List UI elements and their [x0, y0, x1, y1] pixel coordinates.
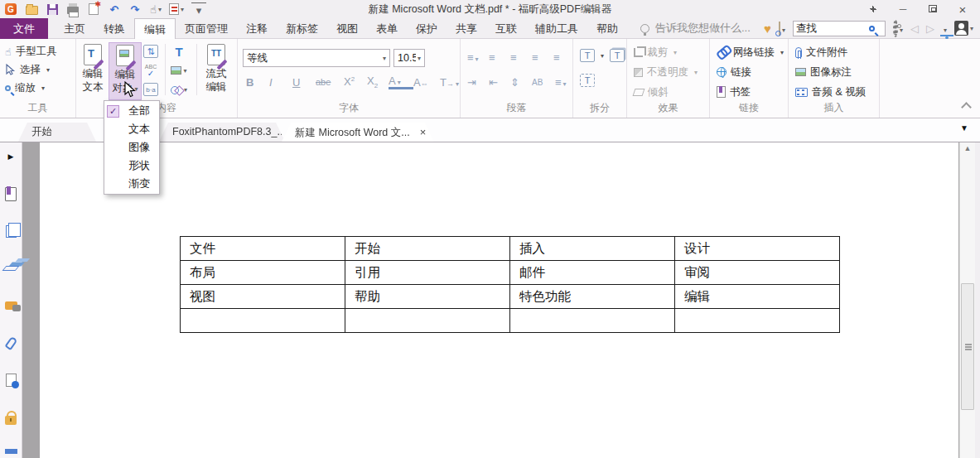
bookmarks-panel-icon[interactable]	[0, 183, 22, 205]
file-attachment-button[interactable]: 文件附件	[795, 44, 847, 60]
favorite-heart-icon[interactable]: ♥	[764, 22, 771, 36]
hand-tool-button[interactable]: ☝ 手型工具	[5, 43, 57, 60]
account-avatar[interactable]: ▾	[954, 21, 973, 36]
page-thumbnails-panel-icon[interactable]	[0, 220, 22, 242]
menu-new-tab[interactable]: 新标签	[277, 18, 327, 39]
image-annotation-button[interactable]: 图像标注	[795, 64, 852, 80]
align-justify-icon[interactable]: ≡	[553, 51, 573, 64]
tab-foxitphantom-doc[interactable]: FoxitPhantomPDF8.3_...	[159, 123, 285, 142]
add-text-button[interactable]: T	[169, 42, 189, 60]
align-right-icon[interactable]: ≡	[532, 51, 553, 64]
align-left-icon[interactable]: ≡	[489, 51, 510, 64]
menu-organize[interactable]: 页面管理	[176, 18, 237, 39]
collapse-ribbon-icon[interactable]	[961, 102, 972, 113]
scrollbar-thumb[interactable]	[961, 283, 974, 410]
strikethrough-button[interactable]: abe	[316, 77, 344, 87]
dropdown-item-shading[interactable]: 渐变	[104, 175, 159, 193]
table-cell[interactable]: 开始	[345, 237, 510, 261]
font-color-button[interactable]: A▾	[389, 75, 413, 89]
add-image-button[interactable]: ▾	[169, 61, 189, 80]
italic-button[interactable]: I	[269, 76, 292, 89]
form-fields-panel-icon[interactable]	[0, 435, 22, 456]
merge-text-icon[interactable]: T	[610, 49, 625, 62]
table-cell[interactable]: 引用	[345, 261, 510, 285]
menu-file[interactable]: 文件	[0, 18, 48, 39]
table-cell[interactable]	[675, 309, 840, 333]
table-cell[interactable]	[181, 309, 345, 333]
opacity-button[interactable]: 不透明度▾	[634, 64, 698, 80]
dropdown-item-image[interactable]: 图像	[104, 138, 159, 157]
undo-icon[interactable]: ↶	[107, 2, 122, 16]
history-back-icon[interactable]: ◁	[910, 22, 919, 35]
menu-help[interactable]: 帮助	[587, 18, 627, 39]
table-cell[interactable]: 编辑	[675, 285, 840, 309]
dropdown-item-shape[interactable]: 形状	[104, 157, 159, 175]
redo-icon[interactable]: ↷	[128, 2, 142, 16]
print-icon[interactable]	[65, 2, 80, 16]
tab-word-doc[interactable]: 新建 Microsoft Word 文...×	[282, 123, 434, 142]
link-button[interactable]: 链接	[717, 64, 751, 80]
table-cell[interactable]: 特色功能	[510, 285, 675, 309]
shear-button[interactable]: 倾斜	[634, 84, 669, 100]
notifications-bell-icon[interactable]: ▾	[942, 22, 947, 35]
text-bbox-icon[interactable]: T	[580, 74, 595, 87]
spell-check-button[interactable]: ABC✓	[141, 61, 161, 80]
attachments-panel-icon[interactable]	[0, 332, 22, 354]
menu-share[interactable]: 共享	[447, 18, 486, 39]
pdf-page[interactable]: 文件 开始 插入 设计 布局 引用 邮件 审阅 视图 帮助 特色功能 编辑	[40, 142, 958, 458]
menu-accessibility[interactable]: 辅助工具	[526, 18, 587, 39]
bullet-list-icon[interactable]: ≡▾	[467, 51, 489, 64]
vertical-scrollbar[interactable]: ▲	[959, 142, 975, 458]
menu-home[interactable]: 主页	[55, 18, 94, 39]
table-cell[interactable]: 插入	[510, 237, 675, 261]
menu-form[interactable]: 表单	[367, 18, 407, 39]
expand-panel-icon[interactable]: ▶	[0, 146, 22, 167]
new-document-icon[interactable]	[86, 2, 101, 16]
dropdown-item-all[interactable]: ✓ 全部	[104, 102, 159, 120]
minimize-icon[interactable]: ─	[897, 3, 909, 15]
hand-mode-icon[interactable]: ☝▾	[148, 2, 163, 16]
find-search-icon[interactable]	[869, 26, 875, 31]
scroll-up-icon[interactable]: ▲	[960, 144, 975, 157]
menu-comment[interactable]: 注释	[237, 18, 277, 39]
menu-convert[interactable]: 转换	[94, 18, 134, 39]
weblink-button[interactable]: 网络链接▾	[717, 44, 784, 60]
history-forward-icon[interactable]: ▷	[926, 22, 934, 35]
table-cell[interactable]: 布局	[181, 261, 345, 285]
digital-signatures-panel-icon[interactable]	[0, 369, 22, 391]
bold-button[interactable]: B	[246, 76, 269, 89]
table-cell[interactable]: 帮助	[345, 285, 510, 309]
table-cell[interactable]: 视图	[181, 285, 345, 309]
paragraph-spacing-icon[interactable]: ≡▾	[555, 76, 575, 89]
foxit-logo-icon[interactable]: G	[3, 2, 18, 16]
open-file-icon[interactable]	[24, 2, 39, 16]
table-cell[interactable]: 设计	[675, 237, 840, 261]
restore-icon[interactable]	[927, 3, 939, 15]
tab-start-page[interactable]: 开始	[18, 123, 96, 142]
tell-me-box[interactable]: 告诉我您想做什么...	[640, 21, 751, 36]
save-icon[interactable]	[45, 2, 60, 16]
superscript-button[interactable]: X2	[344, 75, 367, 88]
dropdown-item-text[interactable]: 文本	[104, 120, 159, 138]
search-scope-icon[interactable]: ▾	[779, 22, 785, 35]
settings-gear-icon[interactable]: ▾	[893, 22, 903, 35]
char-spacing-ab-icon[interactable]: AB	[532, 78, 555, 87]
flow-edit-button[interactable]: TT 流式编辑	[200, 42, 233, 100]
subscript-button[interactable]: X2	[367, 75, 389, 89]
table-cell[interactable]	[510, 309, 675, 333]
outdent-icon[interactable]: ⇤	[489, 76, 510, 89]
char-spacing-button[interactable]: A⇔	[413, 76, 440, 89]
find-input[interactable]	[796, 22, 869, 34]
comments-panel-icon[interactable]	[0, 295, 22, 316]
layers-panel-icon[interactable]	[0, 258, 22, 279]
font-size-select[interactable]: 10.5▾	[393, 49, 425, 67]
menu-connect[interactable]: 互联	[486, 18, 526, 39]
indent-icon[interactable]: ⇥	[467, 76, 489, 89]
close-icon[interactable]: ×	[957, 2, 968, 17]
tab-overflow-icon[interactable]: ▼	[960, 123, 968, 133]
security-panel-icon[interactable]	[0, 407, 22, 428]
table-cell[interactable]: 审阅	[675, 261, 840, 285]
tab-close-icon[interactable]: ×	[420, 126, 427, 138]
split-text-icon[interactable]: T	[580, 49, 595, 62]
line-spacing-icon[interactable]: ⇕	[510, 76, 532, 89]
